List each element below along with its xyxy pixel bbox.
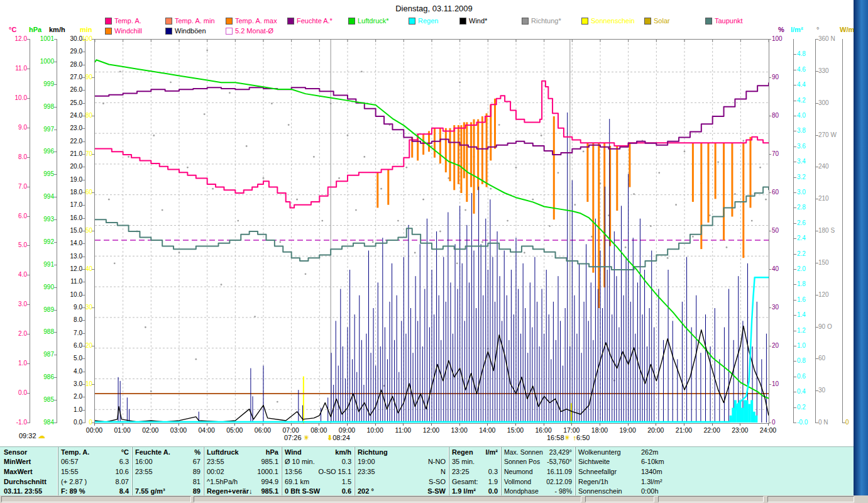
sunset-annotation: 16:58☀ ↑6:50 <box>547 434 590 442</box>
table-col-regen: Regenl/m²35 min.23:250.3Gesamt:1.91.9 l/… <box>449 447 500 496</box>
axis-tick-label: 270 W <box>818 132 837 138</box>
axis-tick-label: 3.2 <box>797 174 806 180</box>
table-cell-label: 0 Bft S-SW <box>285 487 320 495</box>
axis-unit-C: °C <box>9 26 16 33</box>
table-cell-value: 1.9 <box>488 478 498 485</box>
axis-tick-label: 40 <box>70 266 92 272</box>
axis-tick-label: 30 <box>772 304 779 311</box>
x-axis-tick <box>150 423 151 426</box>
axis-tick <box>794 423 796 423</box>
table-cell-row: 06:576.3 <box>58 457 131 467</box>
axis-tick <box>816 71 818 72</box>
table-col-unit: km/h <box>335 448 351 456</box>
axis-tick <box>82 90 85 91</box>
legend-label: Windböen <box>175 27 206 35</box>
axis-tick-label: 0.6 <box>797 373 806 380</box>
table-cell-value: 10.6 <box>116 468 129 475</box>
axis-tick-label: 9.0 <box>4 124 27 131</box>
moonset-arrow-icon: ⬇ <box>327 434 332 441</box>
x-axis-tick <box>628 423 629 426</box>
legend-item-wind-: Wind* <box>459 17 487 25</box>
axis-tick <box>794 101 796 101</box>
x-axis-tick <box>600 423 600 426</box>
axis-tick <box>82 218 85 219</box>
moon-time-label: 09:32 <box>19 432 36 439</box>
axis-tick <box>54 62 57 62</box>
axis-tick <box>54 107 57 108</box>
x-axis-label: 09:00 <box>334 426 360 434</box>
x-axis-label: 21:00 <box>671 426 696 434</box>
axis-tick <box>794 131 796 131</box>
table-col-info: Wolkenunterg262mSichtweite6-10kmSchneefa… <box>575 447 851 496</box>
axis-tick-label: 3.6 <box>797 143 806 150</box>
moonset-label: 08:24 <box>332 434 350 441</box>
moon-time-annotation: 09:32 ☁ <box>19 432 45 440</box>
table-cell-label: Regen+verär↓ <box>207 487 252 495</box>
axis-unit-: ° <box>816 26 819 33</box>
axis-tick-label: 1.0 <box>797 343 806 349</box>
axis-tick <box>82 372 85 372</box>
axis-tick <box>54 152 57 152</box>
chart-plot-area <box>94 39 769 424</box>
astro-value: - 98% <box>555 487 572 495</box>
axis-tick-label: 90 <box>70 74 92 80</box>
axis-tick-label: 998 <box>31 104 54 110</box>
astro-value: -53,760° <box>547 458 572 465</box>
table-cell-value: S-SO <box>429 478 446 485</box>
table-cell-row: (+ 2.87 )8.07 <box>58 477 131 487</box>
axis-tick <box>82 180 85 180</box>
table-col-title: Regen <box>452 448 473 456</box>
sunset-sun-icon: ☀ <box>564 434 571 441</box>
axis-tick <box>54 310 57 311</box>
axis-tick-label: 240 <box>818 163 829 170</box>
axis-tick-label: 60 <box>818 355 825 362</box>
legend-item-feuchte-a-: Feuchte A.* <box>287 17 332 25</box>
table-cell-value: 8.4 <box>119 487 129 495</box>
axis-tick-label: 22.0 <box>60 138 82 145</box>
x-axis-label: 06:00 <box>250 426 275 434</box>
axis-tick <box>27 39 30 40</box>
axis-tick-label: 5.0 <box>4 242 27 248</box>
table-col-unit: °C <box>121 448 129 456</box>
table-cell-label: 23:25 <box>452 468 470 475</box>
table-cell-value: 81 <box>193 478 201 485</box>
axis-tick-label: 20 <box>772 343 779 349</box>
axis-tick-label: 0 <box>70 419 92 426</box>
axis-tick-label: 994 <box>31 194 54 200</box>
axis-tick-label: 17.0 <box>60 202 82 208</box>
x-axis-tick <box>431 423 432 426</box>
info-label: Sichtweite <box>578 458 641 465</box>
status-panel <box>767 496 854 502</box>
table-cell-value: 994.9 <box>261 478 278 485</box>
axis-tick-label: 4.4 <box>797 82 806 88</box>
axis-line <box>842 39 843 423</box>
x-axis-tick <box>684 423 684 426</box>
axis-tick <box>794 85 796 86</box>
axis-tick <box>794 284 796 285</box>
axis-tick <box>54 39 57 40</box>
axis-tick-label: 210 <box>818 196 829 202</box>
axis-tick <box>82 397 85 397</box>
axis-tick <box>54 377 57 378</box>
x-axis-label: 20:00 <box>643 426 668 434</box>
axis-tick-label: 80 <box>772 113 779 119</box>
axis-tick-label: 1.8 <box>797 281 806 287</box>
axis-tick <box>794 331 796 331</box>
table-cell-row: Ø 10 min.0.3 <box>282 457 354 467</box>
axis-tick-label: 10.0 <box>60 292 82 298</box>
legend-item-temp-a-: Temp. A. <box>105 17 141 25</box>
axis-tick <box>794 116 796 116</box>
legend-swatch-icon <box>581 18 588 25</box>
axis-tick-label: 999 <box>31 81 54 87</box>
table-cell-row: 81 <box>133 477 203 487</box>
legend-item-windb-en: Windböen <box>165 27 206 35</box>
axis-tick <box>82 333 85 334</box>
info-value: 1.3l/m² <box>641 478 662 485</box>
table-cell-row: Gesamt:1.9 <box>449 477 500 487</box>
x-axis-tick <box>487 423 488 426</box>
axis-tick <box>794 254 796 255</box>
axis-line <box>793 39 794 423</box>
table-cell-value: 89 <box>193 487 201 495</box>
table-cell-row: 69.1 km1.5 <box>282 477 354 487</box>
x-axis-label: 16:00 <box>531 426 556 434</box>
